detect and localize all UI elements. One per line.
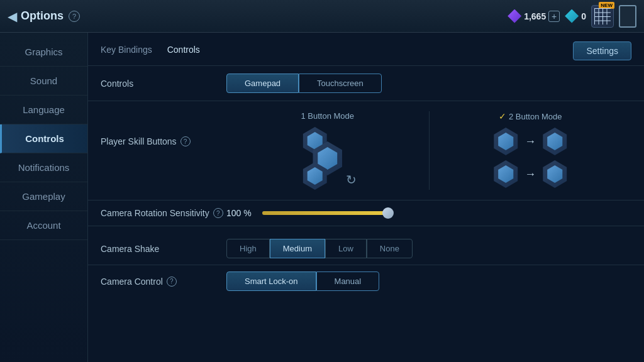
add-currency1-button[interactable]: + [548, 11, 560, 22]
skill-hex-2b [541, 128, 569, 155]
mode1-diagram: ↻ [296, 127, 359, 190]
rotate-arrow-icon: ↻ [346, 172, 357, 187]
top-bar-right: 1,665 + 0 NEW [508, 5, 636, 28]
camera-rotation-row: Camera Rotation Sensitivity ? 100 % [88, 200, 644, 226]
mode1-title: 1 Button Mode [301, 111, 354, 121]
skill-hex-2d [541, 160, 569, 188]
top-bar: ◀ Options ? 1,665 + 0 NEW [0, 0, 644, 33]
controls-type-group: Gamepad Touchscreen [226, 74, 382, 93]
mode-1-button: 1 Button Mode ↻ [226, 111, 429, 190]
arrow-icon2: → [525, 168, 536, 181]
settings-button[interactable]: Settings [573, 41, 631, 60]
skill-help-icon[interactable]: ? [180, 136, 191, 146]
subnav-controls[interactable]: Controls [167, 45, 200, 57]
slider-track[interactable] [262, 211, 388, 215]
mode2-diagram: → → [492, 128, 569, 188]
shake-high-button[interactable]: High [226, 239, 270, 258]
grid-menu-icon[interactable]: NEW [591, 5, 614, 28]
slider-container: 100 % [226, 208, 388, 218]
skill-hex-2a [492, 128, 519, 155]
shake-none-button[interactable]: None [367, 239, 413, 258]
arrow-icon: → [525, 135, 536, 148]
skill-hex-2c [492, 160, 519, 188]
camera-control-row: Camera Control ? Smart Lock-on Manual [88, 265, 644, 297]
blue-gem-icon [565, 9, 579, 23]
mode-columns: 1 Button Mode ↻ [226, 111, 631, 190]
manual-button[interactable]: Manual [316, 272, 380, 291]
sidebar-item-gameplay[interactable]: Gameplay [0, 182, 87, 211]
subnav-keybindings[interactable]: Key Bindings [101, 45, 152, 57]
currency1-value: 1,665 [524, 11, 546, 21]
two-btn-row2: → [492, 160, 569, 188]
new-badge: NEW [599, 2, 614, 9]
main-layout: Graphics Sound Language Controls Notific… [0, 33, 644, 362]
mode2-title: ✓ 2 Button Mode [499, 111, 562, 121]
currency-gem: 1,665 + [508, 9, 560, 23]
slider-value: 100 % [226, 208, 255, 218]
slider-fill [262, 211, 388, 215]
smart-lockon-button[interactable]: Smart Lock-on [226, 272, 316, 291]
shake-low-button[interactable]: Low [325, 239, 367, 258]
back-arrow-icon: ◀ [8, 9, 17, 24]
sidebar-item-sound[interactable]: Sound [0, 67, 87, 96]
shake-medium-button[interactable]: Medium [270, 239, 325, 258]
sub-navigation: Key Bindings Controls Settings [88, 33, 644, 66]
card-icon[interactable] [619, 5, 636, 28]
sidebar-item-graphics[interactable]: Graphics [0, 38, 87, 67]
content-area: Key Bindings Controls Settings Controls … [88, 33, 644, 362]
camera-shake-label: Camera Shake [101, 244, 226, 254]
currency-blue: 0 [565, 9, 586, 23]
gamepad-button[interactable]: Gamepad [226, 74, 299, 93]
help-icon[interactable]: ? [69, 11, 80, 22]
controls-type-row: Controls Gamepad Touchscreen [88, 66, 644, 101]
sidebar-item-language[interactable]: Language [0, 96, 87, 124]
skill-label: Player Skill Buttons ? [101, 136, 226, 146]
camera-shake-group: High Medium Low None [226, 239, 413, 258]
cam-rot-help-icon[interactable]: ? [213, 208, 223, 218]
skill-section: Player Skill Buttons ? 1 Button Mode [88, 101, 644, 200]
touchscreen-button[interactable]: Touchscreen [299, 74, 382, 93]
gem-icon [508, 9, 521, 23]
camera-shake-row: Camera Shake High Medium Low None [88, 233, 644, 265]
controls-label: Controls [101, 79, 226, 89]
cam-ctrl-help-icon[interactable]: ? [167, 277, 177, 287]
sidebar-item-notifications[interactable]: Notifications [0, 153, 87, 182]
slider-thumb[interactable] [382, 207, 394, 219]
camera-rotation-label: Camera Rotation Sensitivity ? [101, 208, 226, 218]
page-title: Options [21, 9, 64, 23]
currency2-value: 0 [581, 11, 586, 21]
sidebar: Graphics Sound Language Controls Notific… [0, 33, 88, 362]
camera-control-label: Camera Control ? [101, 277, 226, 287]
sidebar-item-account[interactable]: Account [0, 211, 87, 240]
back-button[interactable]: ◀ Options [8, 9, 69, 24]
camera-control-group: Smart Lock-on Manual [226, 272, 379, 291]
sidebar-item-controls[interactable]: Controls [0, 124, 87, 153]
skill-hex-bl [301, 162, 329, 190]
mode-2-button: ✓ 2 Button Mode → → [430, 111, 632, 190]
checkmark-icon: ✓ [499, 111, 506, 121]
two-btn-row1: → [492, 128, 569, 155]
